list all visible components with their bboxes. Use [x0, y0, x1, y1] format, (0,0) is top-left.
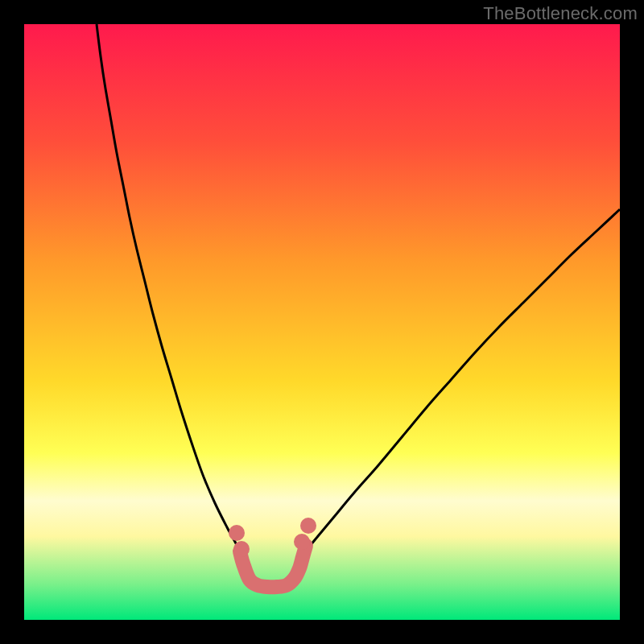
watermark-text: TheBottleneck.com	[483, 3, 638, 24]
chart-frame: TheBottleneck.com	[0, 0, 644, 644]
chart-svg	[24, 24, 620, 620]
marker-dot-3	[300, 518, 316, 534]
plot-area	[24, 24, 620, 620]
marker-dot-2	[294, 534, 310, 550]
marker-dot-1	[233, 541, 250, 557]
marker-dot-0	[229, 525, 245, 541]
